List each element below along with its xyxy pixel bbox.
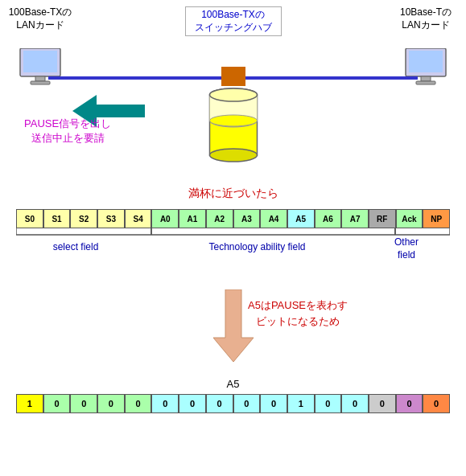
bottom-bit-2: 0 [70,394,97,413]
bottom-bit-5: 0 [151,394,179,413]
tech-field-label: Technology ability field [135,241,379,252]
other-field-label: Otherfield [379,236,434,261]
left-card-label: 100Base-TXのLANカード [8,6,72,31]
switch-box [221,67,245,86]
bit-a5: A5 [287,209,315,228]
pause-label: PAUSE信号を出し送信中止を要請 [24,117,111,146]
bit-a7: A7 [341,209,369,228]
bottom-bit-11: 0 [315,394,342,413]
svg-rect-7 [416,81,435,84]
bottom-bit-row: 1 0 0 0 0 0 0 0 0 0 1 0 0 0 0 0 [16,394,450,413]
bit-ack: Ack [396,209,423,228]
bit-s0: S0 [16,209,43,228]
a5-description: A5はPAUSEを表わすビットになるため [225,298,370,329]
svg-point-16 [209,115,257,126]
main-diagram: 100Base-TXのLANカード 10Base-TのLANカード 100Bas… [0,0,466,476]
svg-rect-5 [409,51,443,72]
right-card-label: 10Base-TのLANカード [394,6,458,31]
bit-s3: S3 [97,209,125,228]
bottom-bit-14: 0 [396,394,423,413]
svg-rect-2 [35,76,45,81]
bottom-bit-8: 0 [233,394,261,413]
bit-a6: A6 [315,209,342,228]
right-computer [402,48,450,96]
bit-a1: A1 [179,209,206,228]
bottom-bit-12: 0 [341,394,369,413]
bit-a3: A3 [233,209,261,228]
bit-s1: S1 [43,209,71,228]
bottom-bit-15: 0 [423,394,450,413]
bottom-bit-10: 1 [287,394,315,413]
select-field-label: select field [16,241,135,252]
bit-np: NP [423,209,450,228]
svg-point-11 [209,149,257,162]
bit-s2: S2 [70,209,97,228]
svg-point-15 [209,88,257,101]
top-section: 100Base-TXのLANカード 10Base-TのLANカード 100Bas… [0,0,466,185]
svg-rect-1 [23,51,57,72]
bottom-bit-6: 0 [179,394,206,413]
manpai-label: 満杯に近づいたら [188,187,278,201]
bottom-bit-4: 0 [125,394,152,413]
hub-label: 100Base-TXのスイッチングハブ [185,6,282,36]
bottom-bit-3: 0 [97,394,125,413]
left-computer [16,48,64,96]
bit-field-row: S0 S1 S2 S3 S4 A0 A1 A2 A3 A4 A5 A6 A7 R… [16,209,450,228]
bottom-bit-13: 0 [369,394,396,413]
bottom-bit-0: 1 [16,394,43,413]
bit-a4: A4 [260,209,287,228]
a5-bit-label: A5 [227,378,240,390]
bottom-bit-7: 0 [206,394,233,413]
bottom-bit-1: 0 [43,394,71,413]
buffer-cylinder [203,87,263,170]
svg-rect-3 [31,81,50,84]
bit-s4: S4 [125,209,152,228]
bit-a2: A2 [206,209,233,228]
bit-a0: A0 [151,209,179,228]
svg-rect-6 [421,76,431,81]
bit-rf: RF [369,209,396,228]
bottom-bit-9: 0 [260,394,287,413]
